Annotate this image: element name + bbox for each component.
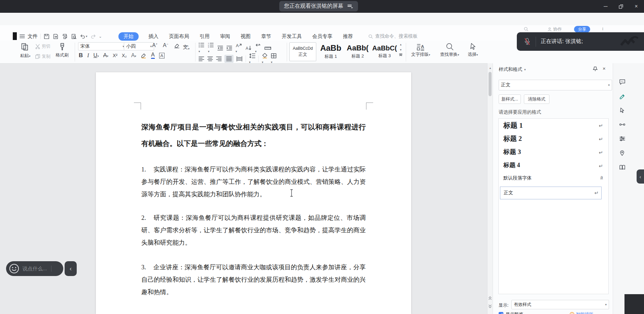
strikethrough-button[interactable]: A▾ — [103, 52, 108, 58]
font-color-button[interactable]: A — [151, 52, 155, 59]
close-panel-button[interactable]: × — [603, 66, 606, 71]
pin-panel-button[interactable] — [593, 66, 598, 72]
location-pin-icon[interactable] — [618, 149, 627, 157]
print-button[interactable] — [62, 33, 68, 40]
clear-format-panel-button[interactable]: 清除格式 — [524, 94, 549, 104]
export-button[interactable] — [52, 33, 59, 40]
highlight-button[interactable] — [141, 52, 147, 58]
chat-input-pill[interactable]: 说点什么... — [6, 261, 63, 276]
justify-button[interactable] — [224, 55, 234, 63]
style-heading2[interactable]: AaBb( 标题 2 — [345, 42, 371, 61]
style-heading3[interactable]: AaBbC( 标题 3 — [371, 42, 398, 61]
align-center-button[interactable] — [207, 56, 213, 62]
new-style-button[interactable]: 新样式... — [499, 94, 521, 104]
text-layout-button[interactable]: A 文字排版▾ — [411, 43, 430, 57]
tab-membership[interactable]: 会员专享 — [312, 33, 333, 40]
italic-button[interactable]: I — [87, 52, 89, 58]
distribute-button[interactable] — [236, 56, 243, 62]
styles-panel-header[interactable]: 样式和格式 ▾ — [499, 67, 526, 73]
sort-button[interactable]: A — [246, 45, 252, 51]
restore-button[interactable] — [616, 3, 626, 10]
style-list-heading3[interactable]: 标题 3 — [503, 148, 521, 156]
gallery-more-button[interactable] — [399, 53, 402, 56]
titlebar-search-icon[interactable] — [524, 27, 529, 32]
tab-references[interactable]: 引用 — [199, 33, 210, 40]
gallery-scroll-down[interactable]: ▾ — [400, 48, 402, 51]
watching-banner[interactable]: 您正在观看张淇铭的屏幕 — [279, 1, 358, 11]
increase-indent-button[interactable] — [226, 45, 232, 51]
document-scrollbar[interactable]: ▲ — [487, 63, 493, 314]
clear-format-button[interactable] — [174, 43, 180, 49]
page-up-button[interactable] — [488, 296, 492, 301]
print-preview-button[interactable] — [71, 33, 77, 40]
select-button[interactable]: 选择▾ — [468, 42, 478, 57]
borders-button[interactable]: ▾ — [271, 53, 277, 65]
copy-button[interactable]: 复制 — [35, 53, 50, 60]
titlebar-info-button[interactable]: i — [602, 26, 603, 31]
reference-book-icon[interactable] — [618, 163, 627, 172]
align-left-button[interactable] — [199, 56, 204, 62]
style-list-heading4[interactable]: 标题 4 — [503, 161, 520, 169]
show-filter-combo[interactable]: 有效样式▾ — [511, 300, 609, 309]
command-search[interactable]: 查找命令、搜索模板 — [368, 33, 418, 39]
tab-section[interactable]: 章节 — [260, 33, 272, 40]
cut-button[interactable]: 剪切 — [35, 43, 50, 49]
adjust-sliders-icon[interactable] — [618, 134, 627, 143]
decrease-indent-button[interactable] — [217, 45, 223, 51]
save-button[interactable] — [43, 33, 50, 40]
tab-review[interactable]: 审阅 — [219, 33, 231, 40]
font-name-combo[interactable]: 宋体▾ — [78, 42, 127, 50]
style-heading1[interactable]: AaBb 标题 1 — [318, 42, 344, 61]
smart-layout-link[interactable]: 智能排版 — [570, 311, 594, 314]
edit-pen-icon[interactable] — [618, 92, 627, 101]
decrease-font-button[interactable]: A− — [163, 42, 168, 48]
collapse-sidebar-tab[interactable]: ‹ — [637, 169, 644, 184]
tab-page-layout[interactable]: 页面布局 — [168, 33, 190, 40]
font-size-combo[interactable]: 小四▾ — [124, 42, 154, 50]
scrollbar-thumb[interactable] — [489, 72, 492, 96]
style-list-heading1[interactable]: 标题 1 — [503, 121, 523, 130]
close-button[interactable]: × — [631, 3, 641, 10]
style-list-default-font[interactable]: 默认段落字体 — [503, 175, 532, 181]
tab-ruler-button[interactable] — [264, 46, 271, 50]
chat-collapse-button[interactable]: ‹ — [65, 261, 77, 276]
character-scale-button[interactable]: A▾ — [236, 42, 242, 54]
more-commands-icon[interactable]: ⌄ — [99, 35, 102, 38]
page-down-button[interactable] — [488, 304, 492, 309]
undo-button[interactable]: ▾ — [80, 33, 87, 39]
titlebar-collab-button[interactable]: 协作 — [547, 26, 562, 32]
emoji-icon[interactable] — [9, 263, 20, 274]
bold-button[interactable]: B — [79, 52, 83, 59]
increase-font-button[interactable]: A+ — [152, 42, 157, 48]
text-direction-button[interactable]: ▾ — [255, 42, 261, 54]
gallery-scroll-up[interactable]: ▴ — [400, 43, 402, 46]
align-right-button[interactable] — [216, 56, 222, 62]
banner-menu-icon[interactable] — [347, 4, 353, 9]
tab-view[interactable]: 视图 — [240, 33, 251, 40]
style-list-body-selected[interactable]: 正文 ↵ — [500, 187, 602, 199]
document-page[interactable]: 深海鱼餐厅项目是一项与餐饮业相关的实践项目，可以和商科课程进行有机融合。以下是一… — [96, 72, 411, 314]
numbered-list-button[interactable]: 123▾ — [208, 42, 214, 54]
titlebar-share-button[interactable]: 分享 — [574, 26, 590, 33]
character-border-button[interactable]: A — [159, 53, 165, 58]
minimize-button[interactable]: ─ — [601, 3, 611, 10]
redo-button[interactable] — [90, 33, 96, 39]
bullet-list-button[interactable]: ▾ — [199, 42, 205, 54]
underline-button[interactable]: U▾ — [94, 52, 99, 58]
comment-tool-icon[interactable] — [618, 77, 627, 86]
main-menu-icon[interactable] — [20, 34, 25, 39]
style-list-heading2[interactable]: 标题 2 — [503, 134, 522, 143]
superscript-button[interactable]: X² — [113, 53, 117, 58]
tab-developer[interactable]: 开发工具 — [281, 33, 302, 40]
line-spacing-button[interactable]: ▾ — [249, 53, 255, 65]
tab-insert[interactable]: 插入 — [148, 33, 159, 40]
style-normal[interactable]: AaBbCcDd 正文 — [289, 42, 316, 61]
paste-button[interactable]: 粘贴▾ — [20, 42, 31, 59]
pinyin-guide-button[interactable]: wén 文 ▾ — [183, 41, 189, 50]
link-nodes-icon[interactable] — [618, 120, 627, 129]
undo-dropdown-icon[interactable]: ▾ — [86, 35, 87, 38]
tab-recommend[interactable]: 推荐 — [342, 33, 354, 40]
format-painter-button[interactable]: 格式刷 — [56, 42, 69, 58]
subscript-button[interactable]: X₂ — [122, 53, 127, 58]
tab-home[interactable]: 开始 — [118, 32, 139, 41]
